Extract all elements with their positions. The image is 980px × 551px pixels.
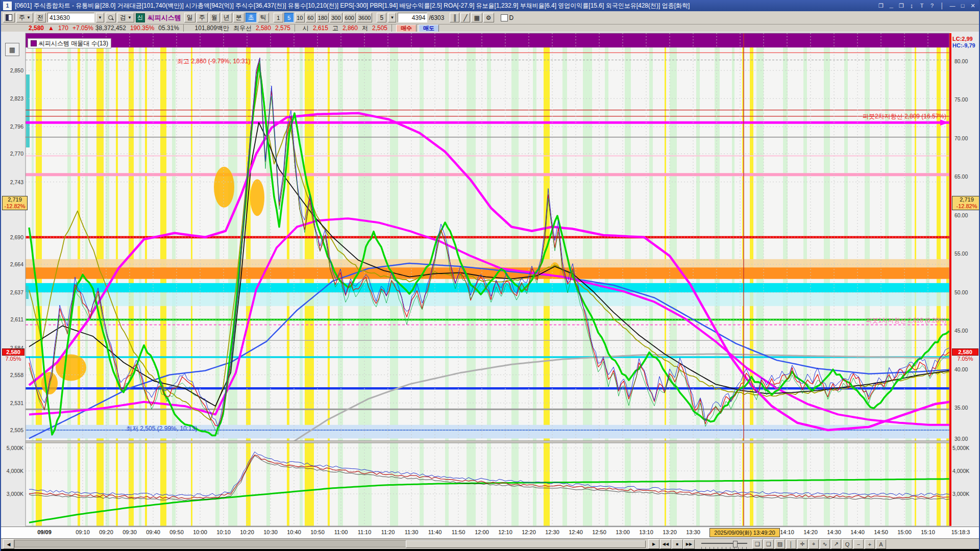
buy-button[interactable]: 매수 [396, 24, 416, 32]
area-chart-icon[interactable]: ▨ [775, 539, 785, 549]
low-price: 2,505 [372, 24, 387, 32]
best-quote-label: 최우선 [233, 24, 252, 33]
panel-title-tab[interactable]: 씨피시스템 매물대 수(13) [28, 38, 111, 48]
time-axis-label: 10:10 [216, 529, 231, 535]
settings-gear-icon[interactable]: ⚙ [483, 13, 494, 22]
interval-button-5[interactable]: 5 [284, 13, 294, 22]
d-checkbox[interactable] [501, 14, 508, 21]
time-axis-label: 15:10 [921, 529, 935, 535]
bar-count-input[interactable]: 4394 [398, 13, 427, 22]
restore-icon[interactable]: □ [959, 2, 967, 10]
save-icon[interactable]: ▦ [471, 13, 482, 22]
period-button-초[interactable]: 초 [246, 13, 257, 22]
percent-axis-label: 30.00 [954, 436, 968, 442]
close-icon[interactable]: ✕ [969, 2, 977, 10]
pivot2-annotation: 피봇2차저항선 2,809 (16.57%) [863, 112, 946, 121]
trendline-add-icon[interactable]: ╱ [460, 13, 470, 22]
candle-add-icon[interactable]: ║ [450, 13, 459, 22]
percent-axis-label: 35.00 [954, 405, 968, 411]
current-price-box-right: 2,580 7.05% [952, 348, 978, 362]
font-icon[interactable]: T [918, 2, 926, 10]
window-title: [0601] 주식종합차트 - 유통비율[28.0] 거래대금[101,740(… [15, 2, 690, 10]
scroll-left-button[interactable]: ◀ [3, 539, 14, 549]
zoom-icon[interactable]: Q [842, 539, 852, 549]
grid-tool-button[interactable]: ▦ [5, 43, 19, 56]
interval-button-600[interactable]: 600 [344, 13, 356, 22]
interval-combo[interactable]: 5 [377, 13, 386, 22]
time-axis-label: 13:10 [639, 529, 653, 535]
time-axis-label: 09:40 [146, 529, 160, 535]
zoom-out-icon[interactable]: − [853, 539, 864, 549]
open-price: 2,615 [313, 24, 328, 32]
interval-button-60[interactable]: 60 [306, 13, 315, 22]
high-annotation: 최고 2,860 (-9.79%, 10:31) [177, 57, 250, 66]
volume-axis-label-right: 5,000K [952, 445, 969, 451]
scrollbar-thumb[interactable] [406, 540, 646, 548]
period-button-년[interactable]: 년 [221, 13, 232, 22]
chart-region: ▦ 씨피시스템 매물대 수(13) LC:2,99 HC:-9,79 최고 2,… [1, 32, 980, 527]
chart-plot[interactable] [1, 32, 980, 527]
zoom-in-icon[interactable]: + [865, 539, 875, 549]
time-axis-label: 15:00 [897, 529, 912, 535]
separator-icon[interactable]: │ [786, 539, 796, 549]
market-type-dropdown[interactable]: 주▼ [16, 13, 33, 22]
popup-icon[interactable]: ❐ [877, 2, 885, 10]
open-label: 시 [303, 24, 309, 33]
help-icon[interactable]: ? [928, 2, 936, 10]
chart-toolbar: 주▼ 전 413630 ▼ 검▼ 신 씨피시스템 일주월년분초틱 1510601… [1, 11, 979, 24]
time-axis-label: 12:10 [498, 529, 512, 535]
time-axis-label: 13:20 [663, 529, 677, 535]
target-cursor-icon[interactable]: ⌖ [808, 539, 819, 549]
bar-width-slider[interactable] [701, 541, 747, 547]
stock-code-input[interactable]: 413630 [47, 13, 94, 22]
up-arrow-icon: ▲ [48, 24, 54, 32]
jeon-button[interactable]: 전 [35, 13, 46, 22]
bottom-edge [1, 549, 979, 551]
time-axis-label: 12:40 [569, 529, 583, 535]
interval-button-180[interactable]: 180 [316, 13, 329, 22]
interval-dropdown-arrow[interactable]: ▼ [388, 13, 396, 22]
crosshair-icon[interactable]: ✛ [797, 539, 807, 549]
stock-name: 씨피시스템 [146, 13, 183, 22]
window-new-icon[interactable]: ❑ [764, 539, 774, 549]
interval-button-3600[interactable]: 3600 [357, 13, 372, 22]
period-button-주[interactable]: 주 [197, 13, 208, 22]
stop-icon[interactable]: ■ [672, 539, 683, 549]
period-button-분[interactable]: 분 [233, 13, 244, 22]
separator-icon[interactable]: │ [938, 2, 946, 10]
scrollbar-track[interactable] [14, 540, 645, 547]
window-copy-icon[interactable]: ❑ [752, 539, 763, 549]
percent-axis-label: 80.00 [954, 58, 968, 64]
trend-cursor-icon[interactable]: ↗ [831, 539, 841, 549]
duplicate-icon[interactable]: ❐ [897, 2, 905, 10]
time-axis-label: 14:20 [803, 529, 818, 535]
period-button-일[interactable]: 일 [184, 13, 195, 22]
app-window: 1 [0601] 주식종합차트 - 유통비율[28.0] 거래대금[101,74… [0, 0, 980, 551]
code-dropdown-arrow[interactable]: ▼ [96, 13, 104, 22]
minimize-icon[interactable]: — [948, 2, 957, 10]
interval-button-10[interactable]: 10 [295, 13, 305, 22]
time-axis-label: 10:20 [240, 529, 254, 535]
time-axis-label: 09:50 [169, 529, 184, 535]
rewind-icon[interactable]: ◀◀ [660, 539, 671, 549]
dock-icon[interactable]: ＿ [887, 2, 895, 10]
fast-forward-icon[interactable]: ▶▶ [683, 539, 695, 549]
search-button[interactable] [106, 13, 116, 22]
volume-axis-label-right: 4,000K [952, 468, 969, 474]
stock-search-dropdown[interactable]: 검▼ [117, 13, 134, 22]
interval-button-300[interactable]: 300 [330, 13, 342, 22]
period-button-틱[interactable]: 틱 [258, 13, 269, 22]
wave-cursor-icon[interactable]: ∿ [820, 539, 830, 549]
panel-toggle-button[interactable] [3, 13, 15, 22]
interval-button-1[interactable]: 1 [274, 13, 283, 22]
pivot1-annotation: 피봇1차저항선 2,616 (8.28%) [866, 316, 946, 325]
period-button-월[interactable]: 월 [209, 13, 220, 22]
auto-scale-icon[interactable]: A [876, 539, 886, 549]
play-icon[interactable]: ▶ [648, 539, 659, 549]
sell-button[interactable]: 매도 [419, 24, 439, 32]
pin-icon[interactable]: ↨ [908, 2, 916, 10]
panel-title: 씨피시스템 매물대 수(13) [39, 39, 108, 48]
time-axis-label: 11:00 [334, 529, 348, 535]
percent-axis-label: 40.00 [954, 366, 968, 372]
panel-icon [31, 40, 37, 46]
